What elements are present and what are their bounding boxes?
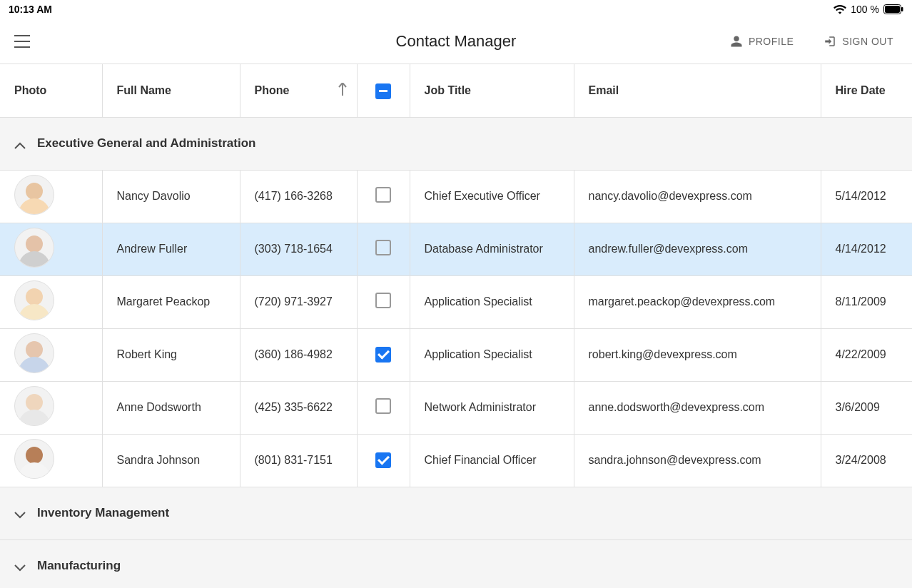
appbar-actions: PROFILE SIGN OUT (726, 34, 898, 49)
status-bar: 10:13 AM 100 % (0, 0, 912, 19)
cell-job-title: Chief Executive Officer (410, 170, 574, 223)
chevron-up-icon (14, 138, 24, 148)
cell-email: margaret.peackop@devexpress.com (574, 275, 821, 328)
cell-hire-date: 4/22/2009 (821, 328, 912, 381)
table-row[interactable]: Andrew Fuller(303) 718-1654Database Admi… (0, 223, 912, 275)
select-all-checkbox[interactable] (375, 83, 391, 99)
table-body: Executive General and AdministrationNanc… (0, 117, 912, 588)
table-row[interactable]: Robert King(360) 186-4982Application Spe… (0, 328, 912, 381)
battery-icon (883, 4, 903, 14)
cell-job-title: Application Specialist (410, 275, 574, 328)
avatar (14, 175, 54, 215)
column-header-photo[interactable]: Photo (0, 64, 102, 117)
cell-full-name: Andrew Fuller (102, 223, 240, 275)
table-row[interactable]: Sandra Johnson(801) 831-7151Chief Financ… (0, 434, 912, 487)
column-header-checkbox[interactable] (357, 64, 410, 117)
cell-hire-date: 5/14/2012 (821, 170, 912, 223)
row-checkbox[interactable] (375, 293, 391, 308)
cell-hire-date: 3/6/2009 (821, 381, 912, 434)
cell-email: robert.king@devexpress.com (574, 328, 821, 381)
profile-icon (730, 35, 743, 48)
signout-button[interactable]: SIGN OUT (819, 34, 898, 49)
group-row[interactable]: Manufacturing (0, 539, 912, 588)
svg-rect-1 (885, 6, 900, 13)
wifi-icon (834, 4, 846, 14)
status-right: 100 % (834, 4, 903, 15)
cell-phone: (360) 186-4982 (240, 328, 357, 381)
row-checkbox[interactable] (375, 347, 391, 363)
cell-email: nancy.davolio@devexpress.com (574, 170, 821, 223)
status-time: 10:13 AM (9, 4, 52, 15)
signout-button-label: SIGN OUT (842, 36, 893, 47)
table-row[interactable]: Margaret Peackop(720) 971-3927Applicatio… (0, 275, 912, 328)
group-label: Inventory Management (37, 506, 169, 520)
table-row[interactable]: Nancy Davolio(417) 166-3268Chief Executi… (0, 170, 912, 223)
contacts-table: Photo Full Name Phone Job Title Email Hi… (0, 64, 912, 588)
group-row[interactable]: Inventory Management (0, 487, 912, 539)
row-checkbox[interactable] (375, 398, 391, 414)
cell-full-name: Sandra Johnson (102, 434, 240, 487)
cell-full-name: Anne Dodsworth (102, 381, 240, 434)
avatar (14, 386, 54, 426)
cell-full-name: Nancy Davolio (102, 170, 240, 223)
cell-full-name: Margaret Peackop (102, 275, 240, 328)
profile-button[interactable]: PROFILE (726, 34, 798, 49)
cell-hire-date: 8/11/2009 (821, 275, 912, 328)
cell-email: anne.dodsworth@devexpress.com (574, 381, 821, 434)
cell-email: sandra.johnson@devexpress.com (574, 434, 821, 487)
column-header-email[interactable]: Email (574, 64, 821, 117)
cell-job-title: Database Administrator (410, 223, 574, 275)
cell-phone: (720) 971-3927 (240, 275, 357, 328)
avatar (14, 439, 54, 479)
table-header: Photo Full Name Phone Job Title Email Hi… (0, 64, 912, 117)
group-row[interactable]: Executive General and Administration (0, 117, 912, 170)
group-label: Manufacturing (37, 559, 121, 573)
app-bar: Contact Manager PROFILE SIGN OUT (0, 19, 912, 64)
signout-icon (824, 35, 836, 48)
cell-job-title: Chief Financial Officer (410, 434, 574, 487)
row-checkbox[interactable] (375, 240, 391, 255)
cell-job-title: Application Specialist (410, 328, 574, 381)
chevron-down-icon (14, 508, 24, 518)
cell-phone: (425) 335-6622 (240, 381, 357, 434)
column-header-phone[interactable]: Phone (240, 64, 357, 117)
column-header-hiredate[interactable]: Hire Date (821, 64, 912, 117)
table-row[interactable]: Anne Dodsworth(425) 335-6622Network Admi… (0, 381, 912, 434)
chevron-down-icon (14, 561, 24, 571)
avatar (14, 280, 54, 320)
cell-hire-date: 3/24/2008 (821, 434, 912, 487)
cell-phone: (801) 831-7151 (240, 434, 357, 487)
menu-icon[interactable] (14, 35, 30, 48)
avatar (14, 228, 54, 268)
column-header-phone-label: Phone (255, 84, 290, 96)
avatar (14, 333, 54, 373)
svg-rect-2 (901, 7, 903, 11)
cell-job-title: Network Administrator (410, 381, 574, 434)
status-battery-text: 100 % (851, 4, 879, 15)
cell-full-name: Robert King (102, 328, 240, 381)
profile-button-label: PROFILE (749, 36, 794, 47)
cell-phone: (417) 166-3268 (240, 170, 357, 223)
sort-asc-icon (338, 83, 347, 98)
row-checkbox[interactable] (375, 187, 391, 203)
group-label: Executive General and Administration (37, 136, 255, 151)
column-header-jobtitle[interactable]: Job Title (410, 64, 574, 117)
cell-hire-date: 4/14/2012 (821, 223, 912, 275)
column-header-fullname[interactable]: Full Name (102, 64, 240, 117)
cell-phone: (303) 718-1654 (240, 223, 357, 275)
cell-email: andrew.fuller@devexpress.com (574, 223, 821, 275)
row-checkbox[interactable] (375, 452, 391, 468)
app-title: Contact Manager (396, 32, 517, 51)
